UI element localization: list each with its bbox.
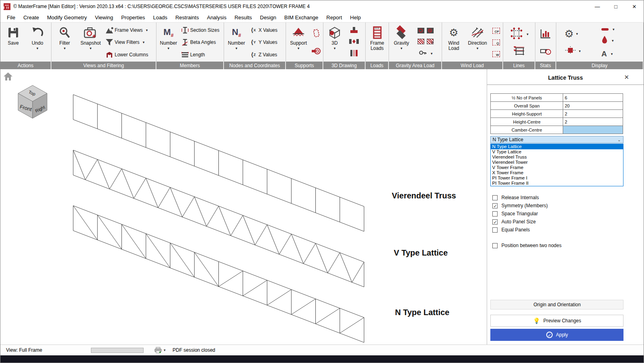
bar-chart-icon[interactable] [540, 29, 551, 41]
font-icon[interactable]: A [601, 50, 607, 58]
area-load-hatch-icon[interactable] [418, 39, 424, 44]
droplet-dropdown-arrow-icon[interactable]: ▾ [612, 38, 614, 43]
key-icon[interactable] [419, 50, 427, 58]
wind-cp-icon[interactable]: CP [492, 28, 500, 34]
panel-close-icon[interactable]: ✕ [624, 74, 629, 81]
droplet-icon[interactable] [601, 35, 608, 46]
menu-properties[interactable]: Properties [117, 14, 149, 21]
dropdown-option[interactable]: V Tower Frame [491, 165, 623, 170]
node-number-button[interactable]: N# Number ▾ [225, 23, 248, 62]
support-button[interactable]: Support ▾ [287, 23, 310, 62]
filter-button[interactable]: Filter ▾ [52, 23, 77, 62]
checkbox-box[interactable] [492, 243, 498, 248]
checkbox-space-triangular[interactable]: Space Triangular [492, 210, 547, 218]
param-value-input[interactable]: 2 [563, 110, 623, 118]
menu-loads[interactable]: Loads [149, 14, 171, 21]
frame-views-button[interactable]: Frame Views ▾ [104, 25, 155, 36]
printer-icon[interactable] [154, 347, 162, 355]
font-dropdown-arrow-icon[interactable]: ▾ [611, 52, 613, 56]
lattice-type-combobox[interactable]: N Type Lattice ⌄ [490, 136, 623, 143]
frame-views-dropdown-arrow-icon[interactable]: ▾ [146, 28, 148, 32]
param-value-input[interactable]: 2 [563, 118, 623, 126]
dropdown-option[interactable]: V Type Lattice [491, 149, 623, 155]
checkbox-box[interactable] [492, 227, 498, 233]
section-sizes-button[interactable]: Section Sizes [180, 25, 223, 36]
close-button[interactable]: ✕ [625, 0, 644, 12]
direction-button[interactable]: Direction ▾ [465, 23, 490, 62]
x-values-button[interactable]: ⟨X X Values [248, 25, 285, 36]
checkbox-box[interactable]: ✓ [492, 203, 498, 208]
support-rotation-icon[interactable] [312, 29, 320, 40]
direction-dropdown-arrow-icon[interactable]: ▾ [477, 46, 479, 51]
beam-joint-icon[interactable] [349, 39, 359, 46]
area-load-two-way-icon[interactable] [427, 28, 434, 33]
printer-dropdown-arrow-icon[interactable]: ▾ [164, 348, 166, 352]
param-value-input[interactable]: 6 [563, 94, 623, 102]
menu-help[interactable]: Help [346, 14, 365, 21]
maximize-button[interactable]: □ [607, 0, 625, 12]
view-cube[interactable]: Top Front Right [12, 80, 52, 122]
support-spring-icon[interactable] [311, 47, 321, 56]
support-dropdown-arrow-icon[interactable]: ▾ [298, 46, 300, 51]
display-settings-gear-icon[interactable]: ⚙ [564, 29, 574, 39]
member-color-dropdown-arrow-icon[interactable]: ▾ [613, 27, 615, 32]
lines-dropdown-arrow-icon[interactable]: ▾ [527, 32, 529, 37]
y-values-button[interactable]: ⟨Y Y Values [248, 37, 285, 48]
menu-report[interactable]: Report [322, 14, 346, 21]
member-number-button[interactable]: M# Number ▾ [157, 23, 180, 62]
info-icon[interactable]: i [540, 47, 551, 56]
menu-modify-geometry[interactable]: Modify Geometry [43, 14, 91, 21]
wall-panel-icon[interactable] [350, 50, 358, 58]
area-load-hatch-v-icon[interactable]: V [427, 39, 434, 44]
lower-columns-button[interactable]: Lower Columns [104, 49, 155, 60]
undo-dropdown-arrow-icon[interactable]: ▾ [37, 46, 39, 51]
grid-lines-icon[interactable] [510, 27, 523, 41]
minimize-button[interactable]: — [588, 0, 607, 12]
wind-load-button[interactable]: ⚙ Wind Load [443, 23, 465, 62]
3d-dropdown-arrow-icon[interactable]: ▾ [334, 46, 336, 51]
save-button[interactable]: Save [1, 23, 25, 62]
menu-viewing[interactable]: Viewing [91, 14, 117, 21]
checkbox-symmetry-members[interactable]: ✓ Symmetry (Members) [492, 202, 547, 210]
snapshot-button[interactable]: Snapshot ▾ [77, 23, 104, 62]
node-display-dropdown-arrow-icon[interactable]: ▾ [579, 49, 581, 54]
display-settings-dropdown-arrow-icon[interactable]: ▾ [576, 31, 578, 36]
dropdown-option[interactable]: X Tower Frame [491, 170, 623, 175]
beta-angles-button[interactable]: Beta Angles [180, 37, 223, 48]
gravity-more-dropdown-arrow-icon[interactable]: ▾ [431, 51, 433, 56]
view-filters-button[interactable]: View Filters ▾ [104, 37, 155, 48]
menu-restraints[interactable]: Restraints [171, 14, 203, 21]
menu-results[interactable]: Results [230, 14, 256, 21]
param-value-input[interactable]: 20 [563, 102, 623, 110]
drawing-canvas[interactable]: Top Front Right Vierendeel Truss V Type … [0, 69, 487, 344]
preview-changes-button[interactable]: 💡 Preview Changes [490, 315, 623, 327]
z-values-button[interactable]: ⟨Z Z Values [248, 49, 285, 60]
undo-button[interactable]: Undo ▾ [25, 23, 49, 62]
member-number-dropdown-arrow-icon[interactable]: ▾ [168, 46, 170, 51]
node-display-icon[interactable] [564, 46, 576, 56]
view-filters-dropdown-arrow-icon[interactable]: ▾ [143, 40, 145, 44]
dropdown-option[interactable]: Vierendeel Tower [491, 160, 623, 165]
column-cap-icon[interactable] [350, 27, 358, 35]
menu-file[interactable]: File [3, 14, 19, 21]
level-lines-icon[interactable] [513, 45, 526, 58]
menu-design[interactable]: Design [256, 14, 280, 21]
origin-and-orientation-button[interactable]: Origin and Orientation [490, 300, 623, 309]
checkbox-position-between-two-nodes[interactable]: Position between two nodes [492, 241, 561, 250]
menu-bim-exchange[interactable]: BIM Exchange [280, 14, 323, 21]
apply-button[interactable]: ✓ Apply [490, 329, 623, 341]
wind-w-icon[interactable]: W [492, 51, 500, 57]
filter-dropdown-arrow-icon[interactable]: ▾ [64, 46, 66, 51]
checkbox-box[interactable] [492, 211, 498, 217]
menu-analysis[interactable]: Analysis [203, 14, 230, 21]
dropdown-option[interactable]: PI Tower Frame I [491, 175, 623, 181]
dropdown-option[interactable]: PI Tower Frame II [491, 181, 623, 186]
menu-create[interactable]: Create [19, 14, 43, 21]
dropdown-option[interactable]: Vierendeel Truss [491, 155, 623, 160]
wind-q-icon[interactable]: Q [492, 39, 500, 45]
param-value-input-highlighted[interactable] [563, 126, 623, 134]
gravity-dropdown-arrow-icon[interactable]: ▾ [401, 46, 403, 51]
checkbox-release-internals[interactable]: Release Internals [492, 194, 547, 202]
gravity-button[interactable]: Gravity ▾ [390, 23, 413, 62]
length-button[interactable]: Length [180, 49, 223, 60]
